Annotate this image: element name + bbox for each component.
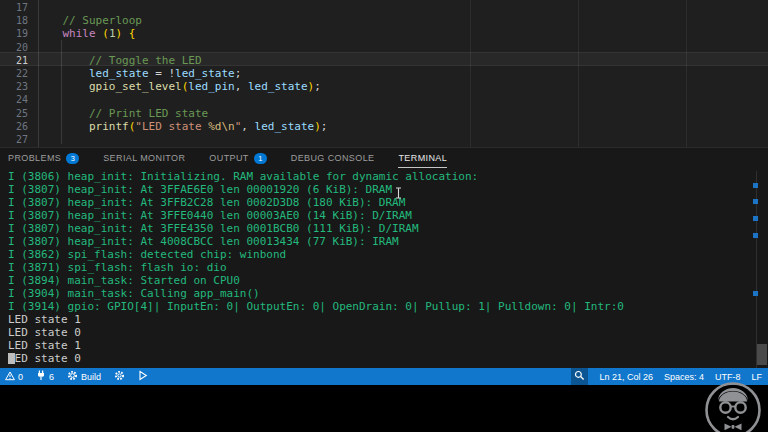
scrollbar-annotation xyxy=(753,183,758,188)
panel-tab-label: OUTPUT xyxy=(209,153,248,163)
panel-tab-label: DEBUG CONSOLE xyxy=(291,153,375,163)
terminal-line: LED state 0 xyxy=(8,326,624,339)
code-token: led_state xyxy=(175,67,235,80)
flash-settings-button[interactable] xyxy=(114,370,125,383)
gear-icon xyxy=(114,370,125,383)
terminal-cursor xyxy=(8,353,15,364)
terminal-line: LED state 1 xyxy=(8,313,624,326)
line-number-23[interactable]: 23 xyxy=(0,80,28,93)
code-token: // Print LED state xyxy=(36,107,208,120)
code-token: ; xyxy=(321,120,328,133)
panel-tab-label: TERMINAL xyxy=(398,153,447,163)
panel-tab-output[interactable]: OUTPUT1 xyxy=(209,149,266,168)
code-token: = ! xyxy=(149,67,176,80)
code-token: led_state xyxy=(89,67,149,80)
scrollbar-annotation xyxy=(753,291,758,296)
code-line-22[interactable]: led_state = !led_state; xyxy=(36,67,241,80)
terminal-scrollbar-thumb[interactable] xyxy=(757,344,767,365)
line-number-18[interactable]: 18 xyxy=(0,14,28,27)
line-number-19[interactable]: 19 xyxy=(0,27,28,40)
code-token: ( xyxy=(102,27,109,40)
terminal-line: LED state 1 xyxy=(8,339,624,352)
code-token: while xyxy=(63,27,96,40)
terminal-line: I (3904) main_task: Calling app_main() xyxy=(8,287,624,300)
vscode-window: 1718192021222324252627 // Superloop whil… xyxy=(0,0,768,432)
line-number-26[interactable]: 26 xyxy=(0,120,28,133)
editor-gutter[interactable]: 1718192021222324252627 xyxy=(0,0,28,147)
panel-tab-problems[interactable]: PROBLEMS3 xyxy=(8,149,79,168)
scrollbar-annotation xyxy=(753,233,758,238)
code-token: ; xyxy=(235,67,242,80)
line-number-21[interactable]: 21 xyxy=(0,54,28,67)
panel-tab-label: PROBLEMS xyxy=(8,153,61,163)
text-ibeam-pointer-icon xyxy=(395,185,402,203)
terminal-line: LED state 0 xyxy=(8,352,624,365)
code-token xyxy=(122,27,129,40)
terminal-output[interactable]: I (3806) heap_init: Initializing. RAM av… xyxy=(8,170,624,365)
bottom-black-strip xyxy=(0,385,768,432)
code-token: \n xyxy=(221,120,234,133)
line-number-20[interactable]: 20 xyxy=(0,41,28,54)
play-icon xyxy=(138,370,148,383)
run-monitor-button[interactable] xyxy=(138,370,148,383)
code-token: %d xyxy=(208,120,221,133)
scrollbar-annotation xyxy=(753,199,758,204)
cursor-position-indicator[interactable]: Ln 21, Col 26 xyxy=(599,372,653,382)
zoom-search-button[interactable] xyxy=(571,368,588,385)
serial-port-status-item[interactable]: 6 xyxy=(36,370,54,383)
code-token: // Superloop xyxy=(36,14,142,27)
plug-icon xyxy=(36,370,46,383)
status-bar: 0 6 Build xyxy=(0,368,768,385)
panel-tabs: PROBLEMS3SERIAL MONITOROUTPUT1DEBUG CONS… xyxy=(8,148,447,168)
code-token: 1 xyxy=(109,27,116,40)
indentation-indicator[interactable]: Spaces: 4 xyxy=(664,372,704,382)
code-token: { xyxy=(129,27,136,40)
editor-code[interactable]: // Superloop while (1) { // Toggle the L… xyxy=(36,0,768,147)
line-number-27[interactable]: 27 xyxy=(0,133,28,146)
code-token: , xyxy=(241,120,254,133)
warning-icon xyxy=(5,371,15,383)
code-token: // Toggle the LED xyxy=(36,54,202,67)
bottom-panel: PROBLEMS3SERIAL MONITOROUTPUT1DEBUG CONS… xyxy=(0,147,768,368)
code-editor[interactable]: 1718192021222324252627 // Superloop whil… xyxy=(0,0,768,147)
panel-tab-terminal[interactable]: TERMINAL xyxy=(398,148,447,168)
code-line-25[interactable]: // Print LED state xyxy=(36,107,208,120)
code-line-23[interactable]: gpio_set_level(led_pin, led_state); xyxy=(36,80,321,93)
scrollbar-annotation xyxy=(753,216,758,221)
line-number-22[interactable]: 22 xyxy=(0,67,28,80)
code-token: gpio_set_level xyxy=(89,80,182,93)
code-token xyxy=(36,120,89,133)
tab-count-badge: 3 xyxy=(66,153,79,164)
code-token: , xyxy=(235,80,248,93)
terminal-line: I (3914) gpio: GPIO[4]| InputEn: 0| Outp… xyxy=(8,300,624,313)
terminal-line: I (3862) spi_flash: detected chip: winbo… xyxy=(8,248,624,261)
panel-tab-serial-monitor[interactable]: SERIAL MONITOR xyxy=(103,149,185,168)
terminal-line: I (3807) heap_init: At 3FFB2C28 len 0002… xyxy=(8,196,624,209)
nerd-face-logo-icon xyxy=(703,380,763,432)
code-token xyxy=(36,80,89,93)
code-line-19[interactable]: while (1) { xyxy=(36,27,135,40)
problems-status-item[interactable]: 0 xyxy=(5,371,23,383)
code-line-21[interactable]: // Toggle the LED xyxy=(36,54,202,67)
port-number: 6 xyxy=(49,372,54,382)
warning-count: 0 xyxy=(18,372,23,382)
terminal-line: I (3807) heap_init: At 4008CBCC len 0001… xyxy=(8,235,624,248)
magnifier-icon xyxy=(574,370,585,383)
code-token xyxy=(36,67,89,80)
build-button[interactable]: Build xyxy=(67,370,101,383)
terminal-line: I (3871) spi_flash: flash io: dio xyxy=(8,261,624,274)
line-number-17[interactable]: 17 xyxy=(0,1,28,14)
code-line-18[interactable]: // Superloop xyxy=(36,14,142,27)
panel-tab-debug-console[interactable]: DEBUG CONSOLE xyxy=(291,149,375,168)
code-line-26[interactable]: printf("LED state %d\n", led_state); xyxy=(36,120,327,133)
line-number-24[interactable]: 24 xyxy=(0,93,28,106)
code-token: led_state xyxy=(248,80,308,93)
terminal-line: I (3894) main_task: Started on CPU0 xyxy=(8,274,624,287)
code-token: printf xyxy=(89,120,129,133)
terminal-line: I (3806) heap_init: Initializing. RAM av… xyxy=(8,170,624,183)
build-label: Build xyxy=(81,372,101,382)
code-token: led_pin xyxy=(188,80,234,93)
terminal-line: I (3807) heap_init: At 3FFE0440 len 0000… xyxy=(8,209,624,222)
tab-count-badge: 1 xyxy=(254,153,267,164)
line-number-25[interactable]: 25 xyxy=(0,107,28,120)
